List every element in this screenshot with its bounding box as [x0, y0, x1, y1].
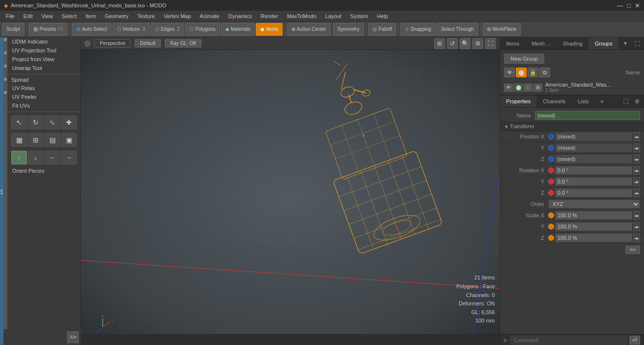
icon-grid-1[interactable]: ▦ — [11, 133, 27, 147]
close-button[interactable]: ✕ — [635, 2, 640, 9]
menu-render[interactable]: Render — [257, 12, 282, 20]
rotation-z-dot[interactable] — [548, 190, 554, 196]
camera-icon[interactable]: ⊞ — [434, 38, 445, 49]
ray-gl-button[interactable]: Ray GL: Off — [165, 39, 201, 47]
group-icon-lock[interactable]: 🔒 — [528, 68, 538, 77]
tool-orient-pieces[interactable]: Orient Pieces — [7, 166, 81, 175]
menu-item[interactable]: Item — [82, 12, 100, 20]
icon-grid-4[interactable]: ▣ — [61, 133, 77, 147]
menu-help[interactable]: Help — [373, 12, 392, 20]
row-lock-icon[interactable]: □ — [524, 84, 533, 92]
polygons-button[interactable]: ⬡ Polygons — [185, 23, 220, 36]
rotation-y-arrow[interactable]: ◂▸ — [633, 177, 640, 186]
select-through-button[interactable]: Select Through — [437, 23, 479, 36]
menu-system[interactable]: System — [346, 12, 372, 20]
scale-y-dot[interactable] — [548, 224, 554, 230]
scale-y-arrow[interactable]: ◂▸ — [633, 222, 640, 231]
action-center-button[interactable]: ⊕ Action Center — [287, 23, 331, 36]
icon-arrow-down[interactable]: ↓ — [28, 151, 44, 164]
tool-unwrap[interactable]: Unwrap Tool — [7, 64, 81, 72]
tool-spread[interactable]: Spread — [7, 76, 81, 84]
position-x-dot[interactable] — [548, 134, 554, 139]
viewport-canvas[interactable]: 21 Items Polygons : Face Channels: 0 Def… — [81, 50, 500, 345]
icon-arrow-left[interactable]: ← — [44, 151, 60, 164]
position-x-arrow[interactable]: ◂▸ — [633, 132, 640, 141]
position-y-dot[interactable] — [548, 145, 554, 151]
default-button[interactable]: Default — [134, 39, 161, 47]
materials-button[interactable]: ◈ Materials — [221, 23, 255, 36]
rotation-x-arrow[interactable]: ◂▸ — [633, 166, 640, 175]
transform-section-header[interactable]: Transform — [500, 122, 644, 131]
menu-vertex-map[interactable]: Vertex Map — [160, 12, 195, 20]
menu-geometry[interactable]: Geometry — [101, 12, 132, 20]
menu-view[interactable]: View — [38, 12, 57, 20]
tab-mesh[interactable]: Mesh ... — [526, 37, 557, 49]
menu-texture[interactable]: Texture — [133, 12, 159, 20]
menu-edit[interactable]: Edit — [20, 12, 37, 20]
group-row-0[interactable]: 👁 ⬤ □ ⊞ American_Standard_Was... 1 Item — [500, 80, 644, 95]
symmetry-button[interactable]: Symmetry — [333, 23, 364, 36]
icon-transform[interactable]: ✚ — [61, 115, 77, 129]
fullscreen-icon[interactable]: ⛶ — [485, 38, 496, 49]
more-button[interactable]: >> — [625, 246, 640, 254]
rotation-x-dot[interactable] — [548, 167, 554, 173]
tool-udim[interactable]: UDIM Indicator — [7, 37, 81, 46]
tab-expand[interactable]: ⛶ — [631, 39, 644, 48]
viewport[interactable]: Perspective Default Ray GL: Off ⊞ ↺ 🔍 ⚙ … — [81, 37, 500, 345]
group-icon-eye[interactable]: 👁 — [504, 68, 515, 77]
name-input[interactable] — [535, 111, 640, 120]
command-input[interactable] — [510, 336, 627, 345]
icon-grid-3[interactable]: ▤ — [44, 133, 60, 147]
icon-rotate[interactable]: ↻ — [28, 115, 44, 129]
items-button[interactable]: ◉ Items — [256, 23, 282, 36]
position-y-input[interactable] — [555, 143, 632, 152]
icon-grid-2[interactable]: ⊞ — [28, 133, 44, 147]
rotation-y-dot[interactable] — [548, 179, 554, 184]
presets-button[interactable]: Presets F6 — [29, 23, 68, 36]
scale-y-input[interactable] — [555, 222, 632, 231]
scale-z-dot[interactable] — [548, 235, 554, 241]
viewport-3d[interactable]: 21 Items Polygons : Face Channels: 0 Def… — [81, 50, 500, 345]
position-y-arrow[interactable]: ◂▸ — [633, 143, 640, 152]
command-exec-button[interactable]: ⏎ — [629, 336, 640, 345]
tab-more[interactable]: ▾ — [620, 38, 631, 48]
prop-tab-lists[interactable]: Lists — [572, 95, 596, 107]
maximize-button[interactable]: □ — [627, 2, 631, 9]
tool-fit-uvs[interactable]: Fit UVs — [7, 101, 81, 110]
expand-button[interactable]: >> — [67, 331, 79, 343]
position-z-arrow[interactable]: ◂▸ — [633, 155, 640, 163]
icon-move[interactable]: ↖ — [11, 115, 27, 129]
menu-layout[interactable]: Layout — [321, 12, 345, 20]
rotation-y-input[interactable] — [555, 177, 632, 186]
tool-project-from-view[interactable]: Project from View — [7, 55, 81, 64]
position-z-input[interactable] — [555, 155, 632, 163]
scale-x-arrow[interactable]: ◂▸ — [633, 211, 640, 220]
prop-tab-add[interactable]: + — [597, 97, 607, 106]
scale-z-input[interactable] — [555, 233, 632, 242]
minimize-button[interactable]: — — [617, 2, 623, 9]
tool-uv-relax[interactable]: UV Relax — [7, 84, 81, 92]
rotate-view-icon[interactable]: ↺ — [447, 38, 458, 49]
group-icon-duplicate[interactable]: ⧉ — [539, 68, 550, 77]
tab-shading[interactable]: Shading — [557, 37, 589, 49]
prop-settings-icon[interactable]: ⚙ — [632, 96, 642, 106]
edges-button[interactable]: ⬡ Edges 2 — [151, 23, 184, 36]
perspective-button[interactable]: Perspective — [94, 39, 131, 47]
sculpt-button[interactable]: Sculpt — [2, 23, 24, 36]
rotation-x-input[interactable] — [555, 166, 632, 175]
auto-select-button[interactable]: ⊞ Auto Select — [72, 23, 111, 36]
row-box-icon[interactable]: ⊞ — [533, 84, 542, 92]
menu-select[interactable]: Select — [58, 12, 81, 20]
new-group-button[interactable]: New Group — [504, 54, 544, 64]
workplane-button[interactable]: ⊞ WorkPlane — [483, 23, 521, 36]
icon-arrow-up[interactable]: ↑ — [11, 151, 27, 164]
icon-scale[interactable]: ⤡ — [44, 115, 60, 129]
position-z-dot[interactable] — [548, 156, 554, 162]
menu-animate[interactable]: Animate — [196, 12, 223, 20]
vertices-button[interactable]: ⬡ Vertices 3 — [112, 23, 150, 36]
scale-x-input[interactable] — [555, 211, 632, 220]
tab-groups[interactable]: Groups — [589, 37, 619, 49]
rotation-z-input[interactable] — [555, 188, 632, 197]
scale-x-dot[interactable] — [548, 212, 554, 218]
prop-tab-channels[interactable]: Channels — [537, 95, 572, 107]
